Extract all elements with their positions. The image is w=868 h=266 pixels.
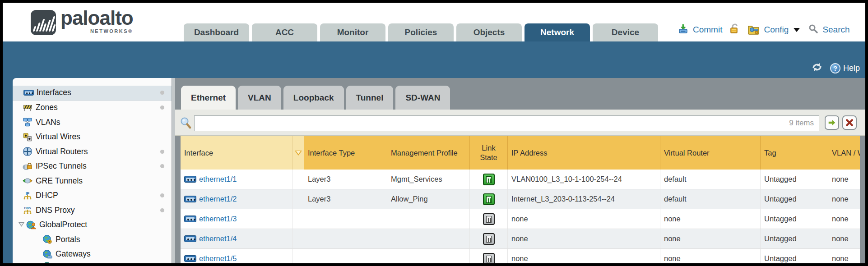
interface-link[interactable]: ethernet1/5 [199, 254, 237, 263]
sidebar-item-label: Interfaces [37, 88, 71, 97]
commit-button[interactable]: Commit [693, 25, 722, 35]
table-row[interactable]: ethernet1/4 none none Untagged none [181, 229, 860, 249]
lock-icon[interactable] [729, 23, 740, 37]
tab-policies[interactable]: Policies [388, 23, 454, 41]
chevron-down-icon[interactable] [794, 28, 800, 32]
config-icon[interactable] [747, 23, 760, 37]
tab-sdwan[interactable]: SD-WAN [395, 86, 450, 110]
sort-dropdown[interactable] [292, 136, 304, 170]
interface-link[interactable]: ethernet1/1 [199, 175, 237, 183]
header: paloalto NETWORKS® Dashboard ACC Monitor… [3, 3, 865, 41]
cell-vlan-wire: none [828, 209, 860, 229]
commit-icon[interactable] [678, 23, 689, 36]
filter-search-icon [180, 117, 192, 131]
cell-virtual-router: default [660, 170, 761, 189]
sidebar-item-label: Zones [36, 103, 58, 112]
tab-loopback[interactable]: Loopback [283, 86, 344, 110]
col-ip-address[interactable]: IP Address [508, 136, 660, 170]
cell-ip: Internet_L3_203-0-113-254--24 [508, 189, 660, 209]
col-management-profile[interactable]: Management Profile [387, 136, 470, 170]
sidebar-item-label: DHCP [36, 191, 58, 200]
sidebar-item-gateways[interactable]: Gateways [13, 247, 172, 262]
col-link-state[interactable]: Link State [470, 136, 508, 170]
interface-link[interactable]: ethernet1/4 [199, 234, 237, 243]
table-row[interactable]: ethernet1/1 Layer3 Mgmt_Services VLAN010… [181, 170, 860, 189]
link-state-down-icon [483, 233, 495, 245]
table-row[interactable]: ethernet1/5 none none Untagged none [181, 249, 860, 263]
sidebar-item-label: VLANs [36, 118, 60, 127]
sidebar-item-label: GlobalProtect [39, 220, 87, 229]
help-icon[interactable]: ? [830, 63, 840, 73]
config-dropdown[interactable]: Config [764, 25, 789, 35]
sidebar-item-gre-tunnels[interactable]: GRE Tunnels [13, 174, 172, 188]
sidebar-item-globalprotect[interactable]: GlobalProtect [13, 218, 172, 233]
sidebar-item-label: Virtual Wires [36, 132, 80, 142]
tab-acc[interactable]: ACC [252, 23, 317, 41]
tab-dashboard[interactable]: Dashboard [184, 23, 249, 41]
tab-objects[interactable]: Objects [456, 23, 522, 41]
search-icon[interactable] [808, 24, 818, 36]
sidebar-item-ipsec-tunnels[interactable]: IPSec Tunnels [13, 159, 172, 174]
header-actions: Commit Config [678, 21, 850, 39]
status-dot [160, 91, 164, 95]
table-row[interactable]: ethernet1/3 none none Untagged none [181, 209, 860, 229]
sidebar-item-vlans[interactable]: VLANs [13, 115, 172, 130]
table-row[interactable]: ethernet1/2 Layer3 Allow_Ping Internet_L… [181, 189, 860, 209]
tab-monitor[interactable]: Monitor [320, 23, 385, 41]
dns-proxy-icon: DNS [23, 205, 32, 215]
col-tag[interactable]: Tag [761, 136, 828, 170]
tab-ethernet[interactable]: Ethernet [181, 86, 236, 110]
app-window: paloalto NETWORKS® Dashboard ACC Monitor… [0, 0, 868, 266]
sidebar-item-interfaces[interactable]: Interfaces [13, 86, 172, 101]
sort-triangle-icon [295, 151, 302, 156]
sidebar-item-virtual-wires[interactable]: Virtual Wires [13, 130, 172, 145]
sidebar: Interfaces Zones [13, 78, 172, 263]
cell-tag: Untagged [761, 209, 828, 229]
sidebar-item-zones[interactable]: Zones [13, 101, 172, 115]
sidebar-item-dns-proxy[interactable]: DNS DNS Proxy [13, 203, 172, 218]
status-dot [160, 208, 164, 212]
search-button[interactable]: Search [822, 25, 849, 35]
paloalto-logo: paloalto NETWORKS® [31, 8, 133, 35]
tab-tunnel[interactable]: Tunnel [346, 86, 394, 110]
col-virtual-router[interactable]: Virtual Router [660, 136, 761, 170]
expander-triangle-icon[interactable] [18, 220, 25, 229]
tab-device[interactable]: Device [593, 23, 658, 41]
status-dot [160, 105, 164, 110]
filter-input[interactable] [194, 115, 819, 131]
status-dot [160, 150, 164, 154]
status-dot [160, 193, 164, 197]
filter-bar: 9 items [175, 110, 865, 136]
content-panel: Ethernet VLAN Loopback Tunnel SD-WAN 9 i… [175, 78, 865, 263]
interface-link[interactable]: ethernet1/2 [199, 195, 237, 203]
tab-network[interactable]: Network [525, 23, 590, 41]
tab-vlan[interactable]: VLAN [238, 86, 281, 110]
sidebar-item-dhcp[interactable]: IP DHCP [13, 188, 172, 203]
sidebar-item-virtual-routers[interactable]: Virtual Routers [13, 144, 172, 159]
cell-type [304, 249, 387, 263]
interface-type-tabs: Ethernet VLAN Loopback Tunnel SD-WAN [181, 86, 450, 110]
sidebar-item-label: Virtual Routers [36, 147, 88, 156]
col-interface[interactable]: Interface [181, 136, 292, 170]
refresh-icon[interactable] [811, 62, 823, 74]
red-x-icon [845, 119, 854, 127]
cell-ip: none [508, 229, 660, 248]
green-arrow-icon [827, 118, 836, 127]
help-label[interactable]: Help [843, 64, 860, 73]
cell-mgmt-profile [387, 229, 470, 248]
col-interface-type[interactable]: Interface Type [304, 136, 387, 170]
cell-tag: Untagged [761, 249, 828, 263]
sidebar-item-label: IPSec Tunnels [36, 161, 87, 171]
sidebar-item-portals[interactable]: Portals [13, 232, 172, 247]
link-state-up-icon [483, 174, 495, 185]
interface-link[interactable]: ethernet1/3 [199, 215, 237, 223]
clear-filter-button[interactable] [842, 115, 857, 130]
logo-subtitle: NETWORKS® [60, 29, 133, 34]
col-vlan-wire[interactable]: VLAN / Wire [828, 136, 860, 170]
cell-virtual-router: none [660, 249, 761, 263]
apply-filter-button[interactable] [825, 115, 839, 130]
sidebar-item-label: GRE Tunnels [36, 176, 83, 186]
link-state-down-icon [483, 253, 495, 264]
zones-icon [23, 103, 32, 113]
secondary-toolbar: ? Help [3, 41, 865, 78]
